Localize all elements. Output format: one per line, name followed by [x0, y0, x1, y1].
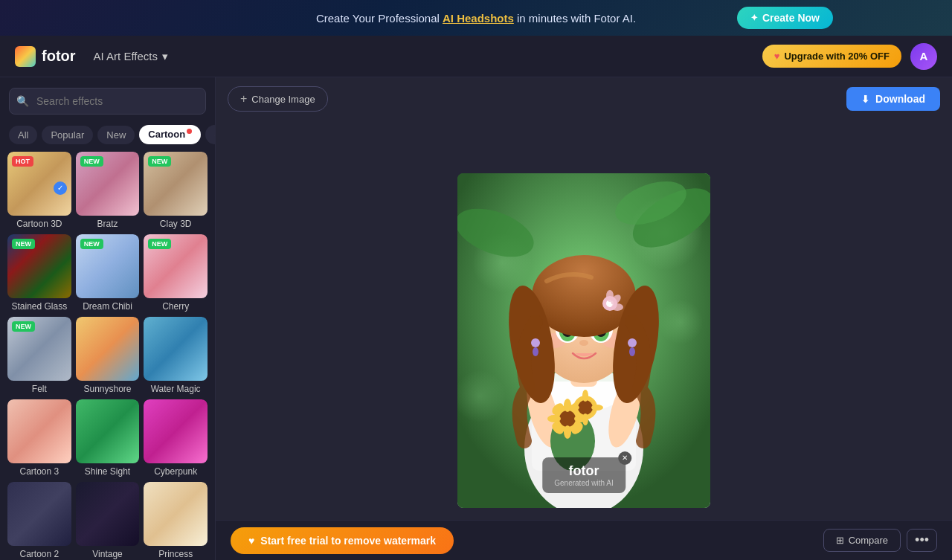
sidebar: 🔍 All Popular New Cartoon Sketch › HOT ✓…: [0, 77, 216, 560]
logo: fotor: [15, 46, 76, 67]
effect-item-cherryblossoms[interactable]: NEW Cherry Blossoms: [144, 234, 208, 312]
tab-popular[interactable]: Popular: [42, 126, 93, 144]
effect-thumb-vintagecomics: [76, 482, 140, 546]
svg-point-27: [582, 413, 588, 425]
svg-point-28: [567, 405, 579, 411]
tab-new[interactable]: New: [97, 126, 135, 144]
badge-stainedglass: NEW: [12, 239, 35, 249]
effect-label-cartoon2: Cartoon 2: [7, 546, 71, 560]
svg-point-53: [533, 347, 538, 356]
main-image-container: ✕ fotor Generated with AI: [457, 173, 710, 508]
download-button[interactable]: Download: [846, 87, 940, 111]
selected-indicator: ✓: [54, 181, 67, 195]
effect-thumb-princess: [144, 482, 208, 546]
effect-label-cartoon3: Cartoon 3: [7, 463, 71, 477]
svg-point-54: [629, 347, 635, 356]
logo-text: fotor: [42, 48, 76, 65]
fotor-logo-icon: [15, 46, 36, 67]
search-input[interactable]: [9, 88, 206, 115]
banner-text: Create Your Professional AI Headshots in…: [316, 12, 636, 25]
filter-tabs: All Popular New Cartoon Sketch ›: [0, 125, 215, 152]
top-banner: Create Your Professional AI Headshots in…: [0, 0, 952, 36]
change-image-button[interactable]: Change Image: [228, 86, 328, 112]
effect-label-dreamchibi: Dream Chibi: [76, 298, 140, 312]
effect-label-sunnyshore: Sunnyshore: [76, 381, 140, 395]
effect-thumb-cartoon3d: HOT ✓: [7, 152, 71, 216]
effect-label-felt: Felt: [7, 381, 71, 395]
svg-point-18: [547, 415, 561, 422]
effect-item-watermagic[interactable]: Water Magic: [144, 317, 208, 395]
badge-bratz: NEW: [80, 156, 103, 167]
effect-label-stainedglass: Stained Glass: [7, 298, 71, 312]
close-watermark-button[interactable]: ✕: [618, 451, 631, 465]
header: fotor AI Art Effects ▾ Upgrade with 20% …: [0, 36, 952, 77]
svg-point-51: [531, 338, 540, 347]
svg-point-26: [582, 390, 588, 402]
effect-item-clay3d[interactable]: NEW Clay 3D: [144, 152, 208, 230]
effect-label-cartoon3d: Cartoon 3D: [7, 216, 71, 230]
effect-item-cartoon3d[interactable]: HOT ✓ Cartoon 3D: [7, 152, 71, 230]
effect-thumb-sunnyshore: [76, 317, 140, 381]
effect-thumb-cartoon2: [7, 482, 71, 546]
effect-label-clay3d: Clay 3D: [144, 216, 208, 230]
avatar[interactable]: A: [910, 43, 937, 70]
effect-label-cyberpunk: Cyberpunk: [144, 463, 208, 477]
tab-all[interactable]: All: [9, 126, 37, 144]
header-right: Upgrade with 20% OFF A: [762, 43, 937, 70]
effect-thumb-cherryblossoms: NEW: [144, 234, 208, 298]
watermark: ✕ fotor Generated with AI: [542, 457, 625, 493]
effect-label-bratz: Bratz: [76, 216, 140, 230]
effect-thumb-shinesight: [76, 399, 140, 463]
effect-label-shinesight: Shine Sight: [76, 463, 140, 477]
content-area: Change Image Download: [216, 77, 952, 560]
effect-item-princess[interactable]: Princess: [144, 482, 208, 560]
effect-item-shinesight[interactable]: Shine Sight: [76, 399, 140, 477]
effect-thumb-watermagic: [144, 317, 208, 381]
badge-felt: NEW: [12, 321, 35, 332]
effect-thumb-felt: NEW: [7, 317, 71, 381]
effect-item-cartoon3[interactable]: Cartoon 3: [7, 399, 71, 477]
svg-point-15: [559, 411, 576, 427]
compare-button[interactable]: ⊞ Compare: [823, 529, 901, 552]
banner-highlight: AI Headshots: [443, 12, 514, 25]
ai-art-effects-button[interactable]: AI Art Effects ▾: [88, 47, 174, 66]
effects-grid: HOT ✓ Cartoon 3D NEW Bratz NEW Clay 3D N…: [0, 152, 215, 560]
content-toolbar: Change Image Download: [216, 77, 952, 120]
image-area: ✕ fotor Generated with AI: [216, 120, 952, 560]
effect-item-felt[interactable]: NEW Felt: [7, 317, 71, 395]
effect-item-vintagecomics[interactable]: Vintage Comics: [76, 482, 140, 560]
svg-point-42: [579, 340, 588, 346]
badge-cherryblossoms: NEW: [148, 239, 171, 249]
effect-thumb-cartoon3: [7, 399, 71, 463]
chevron-down-icon: ▾: [162, 50, 168, 63]
create-now-button[interactable]: Create Now: [737, 7, 833, 29]
effect-label-vintagecomics: Vintage Comics: [76, 546, 140, 560]
effect-item-bratz[interactable]: NEW Bratz: [76, 152, 140, 230]
effect-thumb-cyberpunk: [144, 399, 208, 463]
effect-thumb-clay3d: NEW: [144, 152, 208, 216]
cartoon-dot: [187, 129, 192, 134]
compare-icon: ⊞: [836, 535, 844, 546]
svg-point-25: [578, 400, 593, 415]
main-image: ✕ fotor Generated with AI: [457, 173, 710, 508]
effect-thumb-dreamchibi: NEW: [76, 234, 140, 298]
more-options-button[interactable]: •••: [907, 529, 937, 552]
svg-point-3: [658, 300, 703, 344]
effect-item-dreamchibi[interactable]: NEW Dream Chibi: [76, 234, 140, 312]
svg-point-17: [564, 425, 571, 439]
watermark-logo: fotor: [554, 463, 614, 479]
search-icon: 🔍: [16, 95, 29, 107]
effect-label-watermagic: Water Magic: [144, 381, 208, 395]
free-trial-button[interactable]: Start free trial to remove watermark: [231, 527, 454, 554]
effect-item-cyberpunk[interactable]: Cyberpunk: [144, 399, 208, 477]
svg-point-50: [611, 303, 623, 311]
tab-sketch[interactable]: Sketch: [205, 125, 215, 144]
tab-cartoon[interactable]: Cartoon: [139, 125, 201, 144]
search-box: 🔍: [9, 88, 206, 115]
effect-item-sunnyshore[interactable]: Sunnyshore: [76, 317, 140, 395]
upgrade-button[interactable]: Upgrade with 20% OFF: [762, 45, 901, 68]
effect-item-cartoon2[interactable]: Cartoon 2: [7, 482, 71, 560]
effect-item-stainedglass[interactable]: NEW Stained Glass: [7, 234, 71, 312]
badge-dreamchibi: NEW: [80, 239, 103, 249]
svg-point-52: [628, 338, 637, 347]
